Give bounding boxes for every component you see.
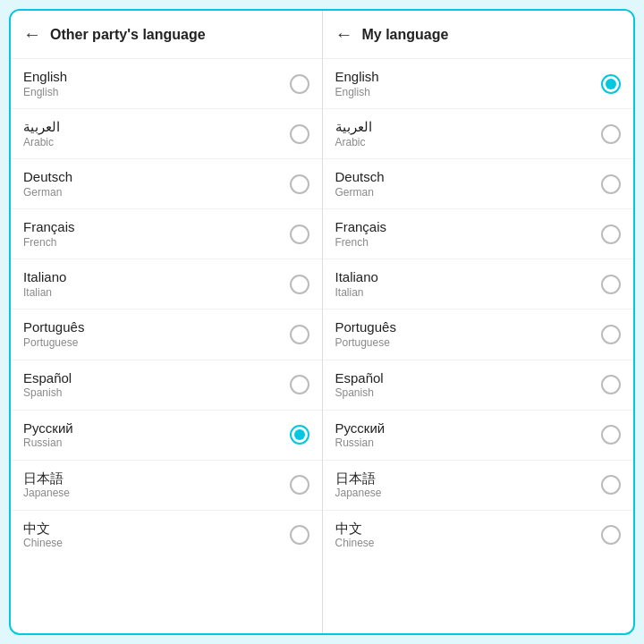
radio-button[interactable] [601,225,621,244]
back-arrow-other-party[interactable]: ← [23,24,41,45]
lang-native: Spanish [335,386,384,401]
lang-native: Chinese [23,537,63,551]
lang-item[interactable]: PortuguêsPortuguese [11,309,322,360]
lang-item[interactable]: EnglishEnglish [323,59,634,109]
panel-title-my-language: My language [362,27,449,43]
lang-item[interactable]: FrançaisFrench [11,209,322,259]
radio-button[interactable] [290,425,309,445]
lang-item[interactable]: PortuguêsPortuguese [323,309,634,360]
lang-list-my-language: EnglishEnglishالعربيةArabicDeutschGerman… [323,59,634,633]
lang-item[interactable]: DeutschGerman [323,159,634,209]
lang-item[interactable]: ItalianoItalian [323,259,634,309]
lang-native: German [335,186,385,200]
radio-button[interactable] [290,275,309,294]
lang-text: EnglishEnglish [335,68,379,99]
lang-item[interactable]: РусскийRussian [11,411,322,461]
lang-native: Spanish [23,386,72,401]
lang-item[interactable]: FrançaisFrench [323,209,634,259]
radio-button[interactable] [601,425,621,445]
radio-button[interactable] [290,525,309,545]
radio-button[interactable] [601,325,621,344]
panel-my-language: ←My languageEnglishEnglishالعربيةArabicD… [323,11,634,633]
lang-native: French [23,236,75,250]
lang-item[interactable]: العربيةArabic [11,109,322,159]
lang-text: ItalianoItalian [335,268,378,300]
radio-button[interactable] [290,475,309,495]
radio-button[interactable] [290,225,309,244]
radio-button[interactable] [601,475,621,495]
lang-name: English [335,68,379,86]
lang-text: العربيةArabic [335,118,372,149]
radio-button[interactable] [601,375,621,394]
lang-text: 日本語Japanese [23,470,70,501]
lang-text: FrançaisFrench [335,218,387,250]
lang-text: ItalianoItalian [23,268,66,300]
lang-item[interactable]: العربيةArabic [323,109,634,159]
lang-name: 日本語 [23,470,70,487]
lang-native: Russian [335,436,386,451]
radio-button[interactable] [601,275,621,294]
lang-item[interactable]: DeutschGerman [11,159,322,209]
lang-native: Chinese [335,537,375,551]
lang-list-other-party: EnglishEnglishالعربيةArabicDeutschGerman… [11,59,322,633]
lang-name: Français [335,218,387,236]
lang-item[interactable]: EspañolSpanish [323,360,634,411]
lang-name: English [23,68,67,86]
radio-button[interactable] [290,124,309,144]
panel-other-party: ←Other party's languageEnglishEnglishالع… [11,11,323,633]
radio-button[interactable] [601,174,621,194]
back-arrow-my-language[interactable]: ← [335,24,353,45]
lang-text: EspañolSpanish [335,369,384,401]
lang-native: Japanese [23,487,70,501]
lang-item[interactable]: 日本語Japanese [323,461,634,511]
lang-text: 中文Chinese [335,520,375,551]
lang-name: Русский [23,419,73,437]
radio-button[interactable] [601,124,621,144]
lang-native: French [335,236,387,250]
lang-native: German [23,186,72,200]
lang-native: Italian [335,286,378,301]
lang-text: PortuguêsPortuguese [335,318,396,350]
radio-button[interactable] [290,74,309,94]
radio-button[interactable] [290,375,309,394]
radio-button[interactable] [290,174,309,194]
lang-item[interactable]: РусскийRussian [323,411,634,461]
lang-text: 中文Chinese [23,520,63,551]
panel-header-other-party: ←Other party's language [11,11,322,59]
lang-item[interactable]: EspañolSpanish [11,360,322,411]
lang-name: 日本語 [335,470,382,487]
lang-name: Español [335,369,384,387]
radio-button[interactable] [601,525,621,545]
lang-name: العربية [335,118,372,136]
lang-name: Deutsch [23,168,72,186]
lang-native: Arabic [335,136,372,150]
lang-text: FrançaisFrench [23,218,75,250]
radio-button[interactable] [601,74,621,94]
lang-name: 中文 [335,520,375,538]
lang-item[interactable]: ItalianoItalian [11,259,322,309]
lang-native: Arabic [23,136,60,150]
lang-name: 中文 [23,520,63,538]
lang-text: РусскийRussian [23,419,73,451]
lang-text: PortuguêsPortuguese [23,318,84,350]
panel-header-my-language: ←My language [323,11,634,59]
lang-native: Italian [23,286,66,301]
lang-native: Russian [23,436,73,451]
radio-button[interactable] [290,325,309,344]
lang-text: EnglishEnglish [23,68,67,99]
lang-item[interactable]: EnglishEnglish [11,59,322,109]
lang-native: Portuguese [335,336,396,351]
lang-item[interactable]: 中文Chinese [11,511,322,560]
lang-item[interactable]: 日本語Japanese [11,461,322,511]
lang-text: 日本語Japanese [335,470,382,501]
lang-name: Русский [335,419,386,437]
lang-name: Français [23,218,75,236]
lang-name: Português [23,318,84,336]
lang-name: Deutsch [335,168,385,186]
lang-text: DeutschGerman [335,168,385,199]
lang-item[interactable]: 中文Chinese [323,511,634,560]
lang-native: Portuguese [23,336,84,351]
lang-name: Español [23,369,72,387]
main-container: ←Other party's languageEnglishEnglishالع… [9,9,635,635]
lang-name: Português [335,318,396,336]
